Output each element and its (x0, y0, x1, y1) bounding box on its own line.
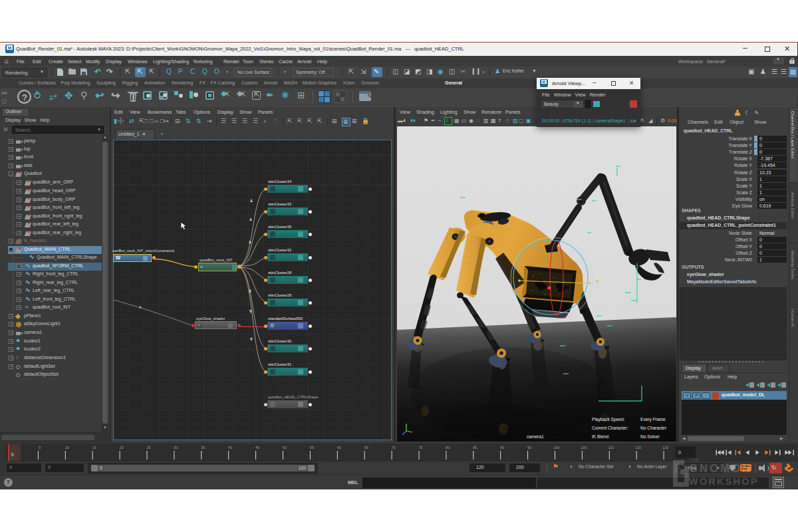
svg-text:25: 25 (146, 446, 150, 450)
svg-text:55: 55 (310, 446, 314, 450)
svg-text:75: 75 (418, 446, 422, 450)
svg-text:IK Blend:: IK Blend: (592, 434, 610, 439)
svg-text:Every Frame: Every Frame (640, 417, 666, 422)
svg-text:90: 90 (500, 446, 504, 450)
svg-text:10: 10 (65, 446, 69, 450)
svg-text:105: 105 (581, 446, 587, 450)
svg-text:110: 110 (608, 446, 614, 450)
svg-text:100: 100 (553, 446, 559, 450)
svg-text:Current Character:: Current Character: (592, 426, 628, 430)
svg-text:60: 60 (337, 446, 341, 450)
svg-text:5: 5 (39, 446, 41, 450)
svg-text:120: 120 (662, 446, 668, 450)
svg-text:0: 0 (11, 452, 14, 457)
svg-text:85: 85 (473, 446, 477, 450)
svg-text:No Character: No Character (640, 426, 667, 430)
svg-text:95: 95 (527, 446, 531, 450)
svg-text:45: 45 (255, 446, 259, 450)
svg-text:50: 50 (283, 446, 287, 450)
svg-text:40: 40 (228, 446, 232, 450)
svg-text:65: 65 (364, 446, 368, 450)
svg-text:30: 30 (174, 446, 178, 450)
svg-text:80: 80 (446, 446, 450, 450)
svg-text:115: 115 (635, 446, 641, 450)
svg-text:No Solver: No Solver (640, 434, 660, 439)
svg-text:35: 35 (201, 446, 205, 450)
svg-text:70: 70 (392, 446, 396, 450)
svg-text:15: 15 (92, 446, 96, 450)
svg-text:20: 20 (120, 446, 124, 450)
svg-text:camera1: camera1 (527, 434, 544, 439)
svg-text:Playback Speed:: Playback Speed: (592, 417, 625, 422)
svg-text:0: 0 (678, 450, 681, 455)
